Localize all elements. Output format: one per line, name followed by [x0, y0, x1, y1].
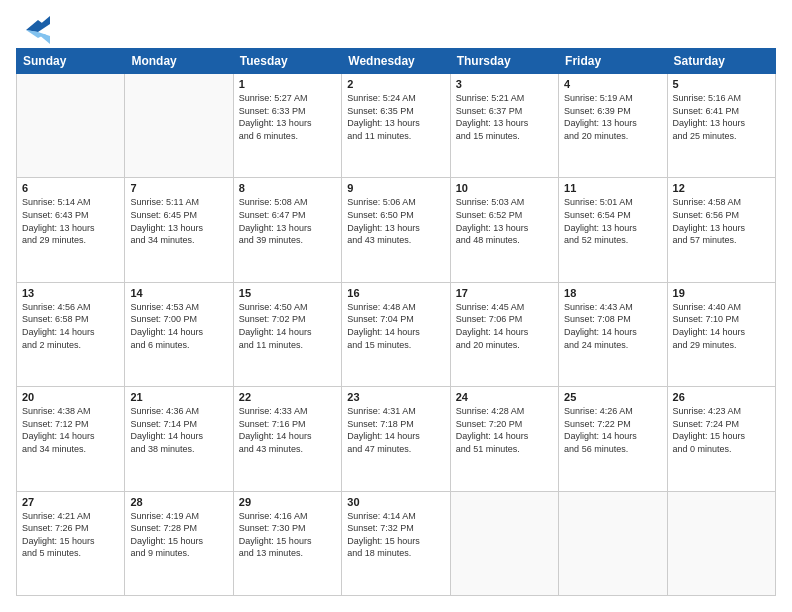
day-number: 3 [456, 78, 553, 90]
calendar-cell: 2Sunrise: 5:24 AM Sunset: 6:35 PM Daylig… [342, 74, 450, 178]
calendar-cell: 25Sunrise: 4:26 AM Sunset: 7:22 PM Dayli… [559, 387, 667, 491]
day-number: 7 [130, 182, 227, 194]
day-number: 6 [22, 182, 119, 194]
day-info: Sunrise: 4:38 AM Sunset: 7:12 PM Dayligh… [22, 405, 119, 455]
calendar-week-row: 1Sunrise: 5:27 AM Sunset: 6:33 PM Daylig… [17, 74, 776, 178]
calendar-cell: 6Sunrise: 5:14 AM Sunset: 6:43 PM Daylig… [17, 178, 125, 282]
calendar-cell: 1Sunrise: 5:27 AM Sunset: 6:33 PM Daylig… [233, 74, 341, 178]
day-number: 23 [347, 391, 444, 403]
day-info: Sunrise: 4:19 AM Sunset: 7:28 PM Dayligh… [130, 510, 227, 560]
day-number: 1 [239, 78, 336, 90]
calendar-cell: 8Sunrise: 5:08 AM Sunset: 6:47 PM Daylig… [233, 178, 341, 282]
day-number: 13 [22, 287, 119, 299]
calendar-cell [125, 74, 233, 178]
day-info: Sunrise: 4:53 AM Sunset: 7:00 PM Dayligh… [130, 301, 227, 351]
day-info: Sunrise: 4:31 AM Sunset: 7:18 PM Dayligh… [347, 405, 444, 455]
day-of-week-header: Monday [125, 49, 233, 74]
day-info: Sunrise: 5:16 AM Sunset: 6:41 PM Dayligh… [673, 92, 770, 142]
day-info: Sunrise: 5:27 AM Sunset: 6:33 PM Dayligh… [239, 92, 336, 142]
calendar-cell: 5Sunrise: 5:16 AM Sunset: 6:41 PM Daylig… [667, 74, 775, 178]
day-number: 20 [22, 391, 119, 403]
day-info: Sunrise: 4:36 AM Sunset: 7:14 PM Dayligh… [130, 405, 227, 455]
day-number: 30 [347, 496, 444, 508]
svg-marker-0 [26, 16, 50, 32]
calendar-table: SundayMondayTuesdayWednesdayThursdayFrid… [16, 48, 776, 596]
calendar-cell: 9Sunrise: 5:06 AM Sunset: 6:50 PM Daylig… [342, 178, 450, 282]
day-info: Sunrise: 5:14 AM Sunset: 6:43 PM Dayligh… [22, 196, 119, 246]
header [16, 16, 776, 38]
calendar-cell: 20Sunrise: 4:38 AM Sunset: 7:12 PM Dayli… [17, 387, 125, 491]
day-number: 12 [673, 182, 770, 194]
calendar-cell [17, 74, 125, 178]
calendar-cell: 16Sunrise: 4:48 AM Sunset: 7:04 PM Dayli… [342, 282, 450, 386]
day-of-week-header: Tuesday [233, 49, 341, 74]
calendar-cell: 7Sunrise: 5:11 AM Sunset: 6:45 PM Daylig… [125, 178, 233, 282]
day-number: 10 [456, 182, 553, 194]
day-info: Sunrise: 5:21 AM Sunset: 6:37 PM Dayligh… [456, 92, 553, 142]
calendar-cell [667, 491, 775, 595]
calendar-week-row: 6Sunrise: 5:14 AM Sunset: 6:43 PM Daylig… [17, 178, 776, 282]
day-info: Sunrise: 5:06 AM Sunset: 6:50 PM Dayligh… [347, 196, 444, 246]
svg-marker-1 [26, 30, 50, 44]
day-info: Sunrise: 5:19 AM Sunset: 6:39 PM Dayligh… [564, 92, 661, 142]
day-info: Sunrise: 4:40 AM Sunset: 7:10 PM Dayligh… [673, 301, 770, 351]
calendar-cell: 29Sunrise: 4:16 AM Sunset: 7:30 PM Dayli… [233, 491, 341, 595]
day-info: Sunrise: 4:50 AM Sunset: 7:02 PM Dayligh… [239, 301, 336, 351]
calendar-cell: 3Sunrise: 5:21 AM Sunset: 6:37 PM Daylig… [450, 74, 558, 178]
day-number: 29 [239, 496, 336, 508]
calendar-week-row: 27Sunrise: 4:21 AM Sunset: 7:26 PM Dayli… [17, 491, 776, 595]
calendar-cell: 26Sunrise: 4:23 AM Sunset: 7:24 PM Dayli… [667, 387, 775, 491]
day-info: Sunrise: 5:03 AM Sunset: 6:52 PM Dayligh… [456, 196, 553, 246]
calendar-cell: 23Sunrise: 4:31 AM Sunset: 7:18 PM Dayli… [342, 387, 450, 491]
day-number: 18 [564, 287, 661, 299]
calendar-cell [450, 491, 558, 595]
day-info: Sunrise: 4:26 AM Sunset: 7:22 PM Dayligh… [564, 405, 661, 455]
day-info: Sunrise: 4:48 AM Sunset: 7:04 PM Dayligh… [347, 301, 444, 351]
calendar-cell: 30Sunrise: 4:14 AM Sunset: 7:32 PM Dayli… [342, 491, 450, 595]
day-number: 27 [22, 496, 119, 508]
day-number: 11 [564, 182, 661, 194]
calendar-cell: 24Sunrise: 4:28 AM Sunset: 7:20 PM Dayli… [450, 387, 558, 491]
day-of-week-header: Wednesday [342, 49, 450, 74]
calendar-week-row: 13Sunrise: 4:56 AM Sunset: 6:58 PM Dayli… [17, 282, 776, 386]
day-info: Sunrise: 4:28 AM Sunset: 7:20 PM Dayligh… [456, 405, 553, 455]
page: SundayMondayTuesdayWednesdayThursdayFrid… [0, 0, 792, 612]
day-number: 21 [130, 391, 227, 403]
calendar-week-row: 20Sunrise: 4:38 AM Sunset: 7:12 PM Dayli… [17, 387, 776, 491]
day-info: Sunrise: 4:23 AM Sunset: 7:24 PM Dayligh… [673, 405, 770, 455]
day-number: 9 [347, 182, 444, 194]
day-number: 5 [673, 78, 770, 90]
day-number: 26 [673, 391, 770, 403]
day-number: 8 [239, 182, 336, 194]
day-info: Sunrise: 4:14 AM Sunset: 7:32 PM Dayligh… [347, 510, 444, 560]
day-info: Sunrise: 5:11 AM Sunset: 6:45 PM Dayligh… [130, 196, 227, 246]
calendar-cell: 21Sunrise: 4:36 AM Sunset: 7:14 PM Dayli… [125, 387, 233, 491]
calendar-cell: 10Sunrise: 5:03 AM Sunset: 6:52 PM Dayli… [450, 178, 558, 282]
day-number: 17 [456, 287, 553, 299]
day-number: 19 [673, 287, 770, 299]
calendar-cell: 15Sunrise: 4:50 AM Sunset: 7:02 PM Dayli… [233, 282, 341, 386]
day-info: Sunrise: 5:01 AM Sunset: 6:54 PM Dayligh… [564, 196, 661, 246]
day-info: Sunrise: 4:58 AM Sunset: 6:56 PM Dayligh… [673, 196, 770, 246]
day-number: 22 [239, 391, 336, 403]
day-number: 16 [347, 287, 444, 299]
day-info: Sunrise: 4:16 AM Sunset: 7:30 PM Dayligh… [239, 510, 336, 560]
calendar-cell: 17Sunrise: 4:45 AM Sunset: 7:06 PM Dayli… [450, 282, 558, 386]
calendar-cell: 13Sunrise: 4:56 AM Sunset: 6:58 PM Dayli… [17, 282, 125, 386]
day-number: 2 [347, 78, 444, 90]
day-of-week-header: Saturday [667, 49, 775, 74]
calendar-cell: 19Sunrise: 4:40 AM Sunset: 7:10 PM Dayli… [667, 282, 775, 386]
calendar-cell: 11Sunrise: 5:01 AM Sunset: 6:54 PM Dayli… [559, 178, 667, 282]
day-info: Sunrise: 4:45 AM Sunset: 7:06 PM Dayligh… [456, 301, 553, 351]
day-number: 15 [239, 287, 336, 299]
calendar-cell: 4Sunrise: 5:19 AM Sunset: 6:39 PM Daylig… [559, 74, 667, 178]
day-of-week-header: Sunday [17, 49, 125, 74]
day-info: Sunrise: 5:24 AM Sunset: 6:35 PM Dayligh… [347, 92, 444, 142]
day-number: 25 [564, 391, 661, 403]
day-number: 28 [130, 496, 227, 508]
day-info: Sunrise: 4:56 AM Sunset: 6:58 PM Dayligh… [22, 301, 119, 351]
calendar-cell: 28Sunrise: 4:19 AM Sunset: 7:28 PM Dayli… [125, 491, 233, 595]
day-info: Sunrise: 5:08 AM Sunset: 6:47 PM Dayligh… [239, 196, 336, 246]
calendar-cell: 18Sunrise: 4:43 AM Sunset: 7:08 PM Dayli… [559, 282, 667, 386]
calendar-header-row: SundayMondayTuesdayWednesdayThursdayFrid… [17, 49, 776, 74]
